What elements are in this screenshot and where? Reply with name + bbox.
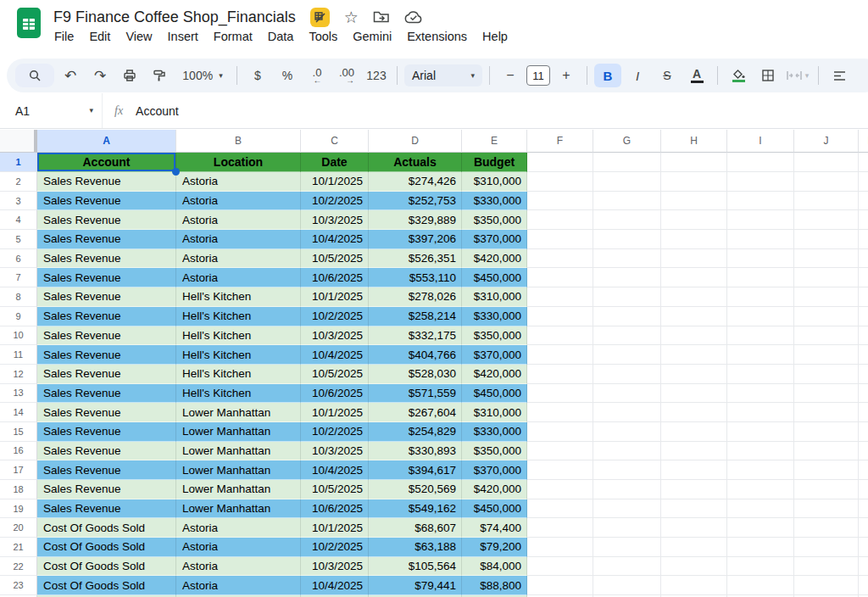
cell-A1[interactable]: Account [37, 153, 176, 172]
cell-A5[interactable]: Sales Revenue [37, 230, 176, 249]
row-header-3[interactable]: 3 [0, 192, 37, 211]
cell-J19[interactable] [794, 499, 859, 519]
cell-J2[interactable] [794, 172, 859, 192]
text-color-button[interactable]: A [683, 64, 710, 87]
cell-G19[interactable] [593, 499, 661, 519]
cell-K12[interactable] [859, 365, 868, 384]
row-header-6[interactable]: 6 [0, 249, 37, 269]
cell-G2[interactable] [593, 172, 661, 192]
cell-H10[interactable] [661, 326, 727, 346]
select-all-corner[interactable] [0, 130, 37, 153]
cell-D16[interactable]: $330,893 [369, 442, 462, 461]
cell-D17[interactable]: $394,617 [369, 460, 462, 480]
cell-E4[interactable]: $350,000 [462, 210, 527, 230]
cell-F8[interactable] [527, 287, 593, 307]
cell-J16[interactable] [794, 442, 859, 461]
cell-F2[interactable] [527, 172, 593, 192]
row-header-20[interactable]: 20 [0, 518, 37, 538]
cell-G20[interactable] [593, 518, 661, 538]
star-icon[interactable]: ☆ [344, 9, 359, 25]
cell-C12[interactable]: 10/5/2025 [301, 365, 369, 384]
cell-I14[interactable] [727, 403, 794, 422]
cell-I3[interactable] [727, 192, 794, 211]
column-header-I[interactable]: I [727, 130, 794, 153]
cell-D4[interactable]: $329,889 [369, 210, 462, 230]
cell-B21[interactable]: Astoria [176, 538, 301, 557]
cell-B13[interactable]: Hell's Kitchen [176, 384, 301, 404]
cell-C3[interactable]: 10/2/2025 [301, 192, 369, 211]
cell-D8[interactable]: $278,026 [369, 287, 462, 307]
cell-B7[interactable]: Astoria [176, 268, 301, 287]
cell-J14[interactable] [794, 403, 859, 422]
fill-handle[interactable] [172, 168, 180, 176]
xlsx-format-badge-icon[interactable] [310, 8, 330, 27]
row-header-4[interactable]: 4 [0, 210, 37, 230]
undo-button[interactable]: ↶ [57, 64, 84, 87]
cell-E6[interactable]: $420,000 [462, 249, 527, 269]
cell-C6[interactable]: 10/5/2025 [301, 249, 369, 269]
cell-I4[interactable] [727, 210, 794, 230]
menu-tools[interactable]: Tools [309, 30, 337, 43]
cell-E2[interactable]: $310,000 [462, 172, 527, 192]
cell-K23[interactable] [859, 576, 868, 595]
cell-D23[interactable]: $79,441 [369, 576, 462, 595]
cell-B4[interactable]: Astoria [176, 210, 301, 230]
cell-A17[interactable]: Sales Revenue [37, 460, 176, 480]
cell-H13[interactable] [661, 384, 727, 404]
increase-font-size-button[interactable]: + [553, 64, 580, 87]
cell-K18[interactable] [859, 480, 868, 499]
cell-C14[interactable]: 10/1/2025 [301, 403, 369, 422]
menu-data[interactable]: Data [268, 30, 294, 43]
cell-B9[interactable]: Hell's Kitchen [176, 307, 301, 326]
column-header-E[interactable]: E [462, 130, 527, 153]
cell-A20[interactable]: Cost Of Goods Sold [37, 518, 176, 538]
row-header-16[interactable]: 16 [0, 442, 37, 461]
cell-B10[interactable]: Hell's Kitchen [176, 326, 301, 346]
cell-I2[interactable] [727, 172, 794, 192]
cell-C13[interactable]: 10/6/2025 [301, 384, 369, 404]
cell-I13[interactable] [727, 384, 794, 404]
cloud-saved-icon[interactable] [404, 11, 423, 24]
font-size-input[interactable]: 11 [526, 65, 550, 86]
cell-C17[interactable]: 10/4/2025 [301, 460, 369, 480]
cell-F21[interactable] [527, 538, 593, 557]
increase-decimal-button[interactable]: .00 → [333, 64, 360, 87]
cell-A10[interactable]: Sales Revenue [37, 326, 176, 346]
cell-F3[interactable] [527, 192, 593, 211]
cell-A22[interactable]: Cost Of Goods Sold [37, 557, 176, 577]
cell-I12[interactable] [727, 365, 794, 384]
cell-A6[interactable]: Sales Revenue [37, 249, 176, 269]
menu-gemini[interactable]: Gemini [353, 30, 392, 43]
row-header-2[interactable]: 2 [0, 172, 37, 192]
fill-color-button[interactable] [725, 64, 752, 87]
row-header-5[interactable]: 5 [0, 230, 37, 249]
cell-J11[interactable] [794, 345, 859, 365]
cell-K15[interactable] [859, 422, 868, 442]
cell-K2[interactable] [859, 172, 868, 192]
cell-C4[interactable]: 10/3/2025 [301, 210, 369, 230]
cell-K14[interactable] [859, 403, 868, 422]
cell-A15[interactable]: Sales Revenue [37, 422, 176, 442]
cell-C2[interactable]: 10/1/2025 [301, 172, 369, 192]
cell-H20[interactable] [661, 518, 727, 538]
cell-I19[interactable] [727, 499, 794, 519]
cell-I18[interactable] [727, 480, 794, 499]
cell-F18[interactable] [527, 480, 593, 499]
cell-I8[interactable] [727, 287, 794, 307]
column-header-J[interactable]: J [794, 130, 859, 153]
cell-B2[interactable]: Astoria [176, 172, 301, 192]
cell-H9[interactable] [661, 307, 727, 326]
cell-A9[interactable]: Sales Revenue [37, 307, 176, 326]
number-format-button[interactable]: 123 [363, 64, 390, 87]
cell-F15[interactable] [527, 422, 593, 442]
cell-H21[interactable] [661, 538, 727, 557]
cell-C18[interactable]: 10/5/2025 [301, 480, 369, 499]
cell-I1[interactable] [727, 153, 794, 172]
cell-K3[interactable] [859, 192, 868, 211]
cell-K4[interactable] [859, 210, 868, 230]
cell-B17[interactable]: Lower Manhattan [176, 460, 301, 480]
cell-F12[interactable] [527, 365, 593, 384]
cell-A18[interactable]: Sales Revenue [37, 480, 176, 499]
cell-H2[interactable] [661, 172, 727, 192]
cell-J7[interactable] [794, 268, 859, 287]
